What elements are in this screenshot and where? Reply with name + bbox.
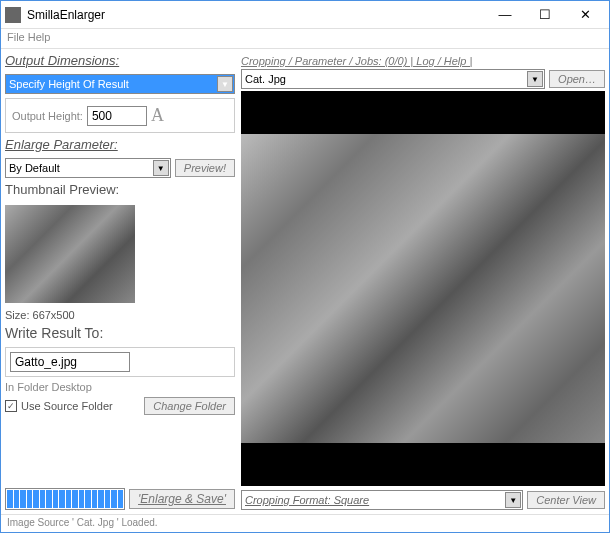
thumbnail-size-text: Size: 667x500: [5, 309, 235, 321]
specify-mode-value: Specify Height Of Result: [9, 78, 129, 90]
change-folder-button[interactable]: Change Folder: [144, 397, 235, 415]
app-icon: [5, 7, 21, 23]
progress-bar: [5, 488, 125, 510]
close-button[interactable]: ✕: [565, 2, 605, 28]
output-dimensions-label: Output Dimensions:: [5, 53, 235, 68]
specify-mode-combo[interactable]: Specify Height Of Result ▼: [5, 74, 235, 94]
right-panel: Cropping / Parameter / Jobs: (0/0) | Log…: [241, 53, 605, 510]
current-file-combo[interactable]: Cat. Jpg ▼: [241, 69, 545, 89]
preview-image: [241, 134, 605, 442]
titlebar: SmillaEnlarger — ☐ ✕: [1, 1, 609, 29]
app-window: SmillaEnlarger — ☐ ✕ File Help Output Di…: [0, 0, 610, 533]
crop-format-value: Cropping Format: Square: [245, 494, 369, 506]
use-source-folder-checkbox[interactable]: ✓ Use Source Folder: [5, 400, 113, 412]
minimize-button[interactable]: —: [485, 2, 525, 28]
tabs-row[interactable]: Cropping / Parameter / Jobs: (0/0) | Log…: [241, 53, 605, 69]
param-mode-combo[interactable]: By Default ▼: [5, 158, 171, 178]
left-panel: Output Dimensions: Specify Height Of Res…: [5, 53, 235, 510]
output-height-box: Output Height: A: [5, 98, 235, 133]
window-title: SmillaEnlarger: [27, 8, 485, 22]
output-height-input[interactable]: [87, 106, 147, 126]
preview-area[interactable]: [241, 91, 605, 486]
output-filename-input[interactable]: [10, 352, 130, 372]
statusbar: Image Source ' Cat. Jpg ' Loaded.: [1, 514, 609, 532]
output-height-label: Output Height:: [12, 110, 83, 122]
chevron-down-icon[interactable]: ▼: [217, 76, 233, 92]
checkbox-icon: ✓: [5, 400, 17, 412]
center-view-button[interactable]: Center View: [527, 491, 605, 509]
enlarge-save-button[interactable]: 'Enlarge & Save': [129, 489, 235, 509]
menubar[interactable]: File Help: [1, 29, 609, 49]
thumbnail-image: [5, 205, 135, 303]
chevron-down-icon[interactable]: ▼: [505, 492, 521, 508]
text-icon: A: [151, 105, 164, 126]
chevron-down-icon[interactable]: ▼: [153, 160, 169, 176]
preview-button[interactable]: Preview!: [175, 159, 235, 177]
enlarge-parameter-label: Enlarge Parameter:: [5, 137, 235, 152]
write-result-box: [5, 347, 235, 377]
current-file-value: Cat. Jpg: [245, 73, 286, 85]
use-source-folder-label: Use Source Folder: [21, 400, 113, 412]
content-area: Output Dimensions: Specify Height Of Res…: [1, 49, 609, 514]
param-mode-value: By Default: [9, 162, 60, 174]
maximize-button[interactable]: ☐: [525, 2, 565, 28]
write-result-label: Write Result To:: [5, 325, 235, 341]
in-folder-text: In Folder Desktop: [5, 381, 235, 393]
open-button[interactable]: Open…: [549, 70, 605, 88]
crop-format-combo[interactable]: Cropping Format: Square ▼: [241, 490, 523, 510]
chevron-down-icon[interactable]: ▼: [527, 71, 543, 87]
thumbnail-preview-label: Thumbnail Preview:: [5, 182, 235, 197]
